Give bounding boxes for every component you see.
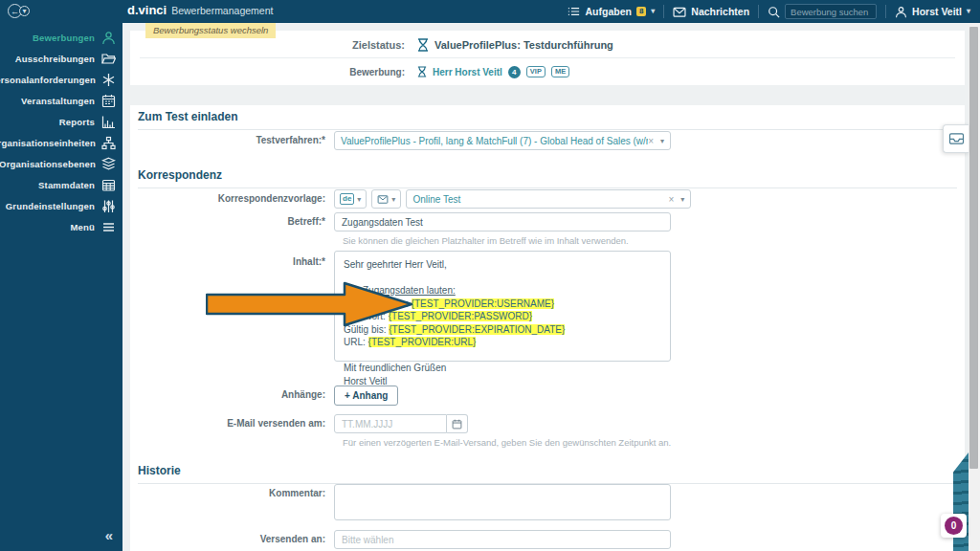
back-dropdown-icon[interactable]: ▾ [19, 6, 30, 16]
search-input[interactable] [785, 4, 877, 19]
zielstatus-value: ValueProfilePlus: Testdurchführung [434, 39, 613, 51]
envelope-icon [673, 7, 686, 17]
versenden-an-select[interactable] [334, 530, 671, 549]
sidebar-item-label: Menü [70, 222, 95, 232]
user-icon [895, 6, 907, 18]
chevron-down-icon[interactable]: ▾ [680, 195, 684, 204]
testverfahren-value: ValueProfilePlus - Profil, lang & MatchF… [341, 136, 648, 146]
messages-menu[interactable]: Nachrichten [673, 6, 749, 17]
sidebar-item-organisationsebenen[interactable]: Organisationsebenen [0, 153, 122, 174]
tasks-label: Aufgaben [585, 6, 631, 17]
top-bar-actions: Aufgaben 8 ▾ Nachrichten Horst Veitl ▾ [568, 0, 970, 23]
sidebar-navigation: Bewerbungen Ausschreibungen Personalanfo… [0, 23, 122, 551]
betreff-label: Betreff:* [130, 212, 334, 227]
vorlage-value: Online Test [412, 194, 668, 205]
sidebar-item-grundeinstellungen[interactable]: Grundeinstellungen [0, 195, 122, 216]
sidebar-item-reports[interactable]: Reports [0, 111, 122, 132]
placeholder-url: {TEST_PROVIDER:URL} [368, 337, 477, 347]
email-versand-row: E-Mail versenden am: [130, 414, 965, 433]
sidebar-item-bewerbungen[interactable]: Bewerbungen [0, 27, 122, 48]
clear-icon[interactable]: × [669, 194, 675, 205]
logo-secondary: Bewerbermanagement [171, 5, 273, 16]
chevron-down-icon: ▾ [22, 8, 26, 15]
tasks-menu[interactable]: Aufgaben 8 ▾ [568, 6, 655, 17]
korrespondenzvorlage-label: Korrespondenzvorlage: [130, 189, 334, 204]
back-navigation[interactable]: ← ▾ [8, 4, 30, 18]
bewerbung-row: Bewerbung: Herr Horst Veitl 4 VIP ME [130, 63, 965, 80]
testverfahren-select[interactable]: ValueProfilePlus - Profil, lang & MatchF… [334, 131, 671, 150]
org-tree-icon [101, 135, 116, 150]
sidebar-item-ausschreibungen[interactable]: Ausschreibungen [0, 48, 122, 69]
send-date-input[interactable] [334, 414, 447, 433]
editor-line-expiration: Gültig bis: {TEST_PROVIDER:EXPIRATION_DA… [344, 323, 661, 337]
notification-widget[interactable]: 0 [941, 514, 967, 538]
versand-helper-text: Für einen verzögerten E-Mail-Versand, ge… [343, 437, 671, 448]
person-icon [100, 30, 116, 45]
form-card: Zum Test einladen Testverfahren:* ValueP… [130, 105, 965, 551]
sidebar-collapse-button[interactable]: « [105, 527, 113, 543]
sidebar-item-personalanforderungen[interactable]: Personalanforderungen [0, 69, 122, 90]
sidebar-item-label: Veranstaltungen [21, 96, 95, 106]
zielstatus-label: Zielstatus: [130, 39, 417, 51]
sidebar-item-veranstaltungen[interactable]: Veranstaltungen [0, 90, 122, 111]
editor-intro: Ihre Zugangsdaten lauten: [344, 284, 661, 298]
sidebar-item-label: Personalanforderungen [0, 75, 96, 85]
sidebar-item-label: Bewerbungen [33, 33, 95, 43]
sidebar-item-label: Stammdaten [38, 180, 95, 190]
sidebar-item-label: Organisationseinheiten [0, 138, 96, 148]
search-group [768, 4, 877, 19]
sidebar-item-label: Reports [59, 117, 95, 127]
envelope-icon [377, 195, 389, 204]
email-versand-label: E-Mail versenden am: [130, 414, 334, 429]
status-card: Zielstatus: ValueProfilePlus: Testdurchf… [130, 31, 965, 85]
top-bar: ← ▾ d.vinci Bewerbermanagement Aufgaben … [0, 0, 980, 23]
bar-chart-icon [100, 114, 116, 129]
vorlage-select[interactable]: Online Test × ▾ [406, 189, 691, 209]
logo-primary: d.vinci [127, 3, 167, 17]
editor-greeting: Sehr geehrter Herr Veitl, [344, 258, 661, 272]
versenden-an-row: Versenden an: [130, 530, 965, 549]
hourglass-icon [417, 38, 429, 52]
hamburger-icon [100, 219, 116, 234]
anhaenge-label: Anhänge: [130, 386, 334, 400]
line-prefix: Benutzername: [344, 298, 412, 309]
vertical-scrollbar[interactable] [969, 23, 980, 551]
betreff-row: Betreff:* [130, 212, 965, 231]
sidebar-item-stammdaten[interactable]: Stammdaten [0, 174, 122, 195]
kommentar-textarea[interactable] [334, 484, 671, 520]
sidebar-item-organisationseinheiten[interactable]: Organisationseinheiten [0, 132, 122, 153]
kommentar-row: Kommentar: [130, 484, 965, 520]
anhaenge-row: Anhänge: + Anhang [130, 386, 965, 406]
application-count-badge[interactable]: 4 [508, 66, 521, 78]
top-bar-divider [663, 5, 664, 18]
chevron-down-icon: ▾ [357, 195, 361, 204]
add-attachment-button[interactable]: + Anhang [334, 386, 398, 406]
clear-icon[interactable]: × [648, 136, 654, 146]
inbox-flyout-tab[interactable] [943, 124, 969, 153]
sidebar-item-label: Grundeinstellungen [6, 201, 95, 211]
status-change-tooltip: Bewerbungsstatus wechseln [145, 23, 276, 38]
inbox-tray-icon [948, 132, 965, 145]
inhalt-editor[interactable]: Sehr geehrter Herr Veitl, Ihre Zugangsda… [334, 251, 671, 362]
testverfahren-row: Testverfahren:* ValueProfilePlus - Profi… [130, 131, 965, 150]
user-menu[interactable]: Horst Veitl ▾ [895, 6, 970, 18]
calendar-picker-button[interactable] [447, 414, 468, 433]
template-type-select[interactable]: ▾ [371, 189, 401, 209]
section-title-korrespondenz: Korrespondenz [138, 168, 957, 188]
placeholder-expiration: {TEST_PROVIDER:EXPIRATION_DATE} [389, 324, 565, 335]
applicant-link[interactable]: Herr Horst Veitl [433, 67, 502, 77]
top-bar-divider [885, 5, 886, 18]
testverfahren-label: Testverfahren:* [130, 131, 334, 145]
scrollbar-thumb[interactable] [969, 27, 978, 469]
chevron-down-icon[interactable]: ▾ [660, 137, 664, 145]
language-select[interactable]: de ▾ [334, 189, 367, 209]
sidebar-item-menue[interactable]: Menü [0, 216, 122, 237]
betreff-input[interactable] [334, 212, 671, 231]
messages-label: Nachrichten [691, 6, 749, 17]
editor-line-password: Passwort: {TEST_PROVIDER:PASSWORD} [344, 310, 661, 323]
chevron-down-icon: ▾ [651, 8, 655, 15]
zielstatus-row: Zielstatus: ValueProfilePlus: Testdurchf… [130, 36, 965, 54]
chevron-down-icon: ▾ [391, 195, 395, 204]
tasks-count-badge: 8 [636, 7, 646, 16]
editor-line-url: URL: {TEST_PROVIDER:URL} [344, 336, 661, 349]
